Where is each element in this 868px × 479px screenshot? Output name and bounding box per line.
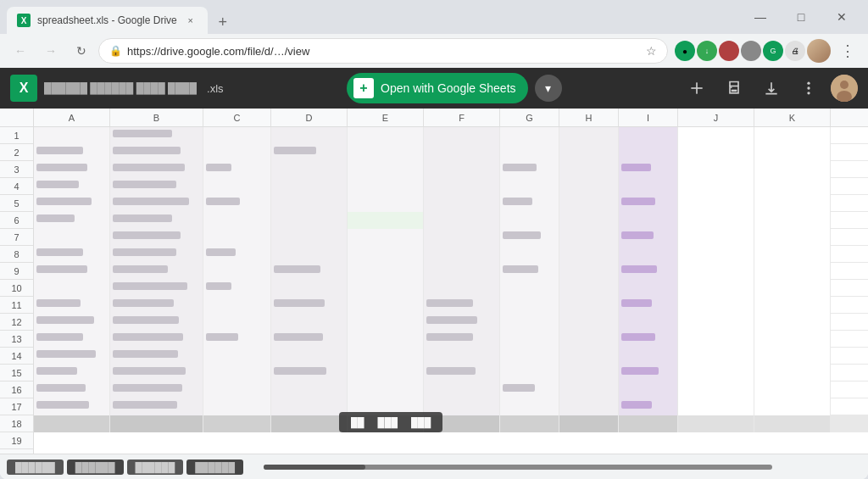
col-header-b: B: [110, 109, 203, 126]
address-bar[interactable]: 🔒 https://drive.google.com/file/d/…/view…: [98, 38, 668, 64]
maximize-button[interactable]: □: [782, 3, 821, 31]
back-button[interactable]: ←: [7, 37, 34, 64]
table-row: [34, 144, 868, 161]
table-row: [34, 415, 868, 432]
table-row: [34, 297, 868, 314]
browser-tab[interactable]: X spreadsheet.xls - Google Drive ×: [7, 7, 208, 34]
row-num-3: 3: [0, 161, 33, 178]
sheet-tab-2[interactable]: ██████: [67, 460, 124, 475]
row-num-19: 19: [0, 432, 33, 449]
row-num-16: 16: [0, 382, 33, 398]
cell-i2[interactable]: [619, 144, 678, 161]
ext-icon-6[interactable]: 🖨: [785, 41, 805, 61]
cell-c1[interactable]: [203, 127, 271, 144]
profile-image: [807, 39, 831, 63]
cell-j1[interactable]: [678, 127, 754, 144]
cell-d1[interactable]: [271, 127, 348, 144]
cell-d3[interactable]: [271, 161, 348, 178]
col-header-e: E: [348, 109, 424, 126]
overlay-text-1: ██: [346, 415, 370, 429]
cell-a2[interactable]: [34, 144, 110, 161]
cell-e2[interactable]: [348, 144, 424, 161]
sheet-tab-3[interactable]: ██████: [127, 460, 184, 475]
download-button[interactable]: [756, 73, 787, 103]
cell-j2[interactable]: [678, 144, 754, 161]
chrome-window: X spreadsheet.xls - Google Drive × + — □…: [0, 0, 868, 479]
cell-g2[interactable]: [500, 144, 559, 161]
refresh-button[interactable]: ↻: [68, 37, 95, 64]
print-button[interactable]: [719, 73, 749, 103]
overlay-text-3: ███: [406, 415, 436, 429]
browser-more-button[interactable]: ⋮: [834, 37, 861, 64]
sheets-dropdown-button[interactable]: ▾: [535, 75, 562, 102]
open-sheets-label: Open with Google Sheets: [381, 81, 516, 95]
tab-close-button[interactable]: ×: [184, 14, 198, 27]
sheet-tab-4[interactable]: ██████: [186, 460, 243, 475]
cell-d2[interactable]: [271, 144, 348, 161]
cell-c3[interactable]: [203, 161, 271, 178]
cell-f1[interactable]: [424, 127, 500, 144]
table-row: [34, 348, 868, 365]
user-avatar-button[interactable]: [831, 75, 858, 102]
row-num-7: 7: [0, 229, 33, 246]
cell-h3[interactable]: [559, 161, 619, 178]
cell-f2[interactable]: [424, 144, 500, 161]
sheet-tab-1[interactable]: ██████: [7, 460, 64, 475]
row-num-11: 11: [0, 297, 33, 314]
open-sheets-button[interactable]: + Open with Google Sheets: [347, 73, 528, 103]
ext-icon-1[interactable]: ●: [675, 41, 695, 61]
cells-area[interactable]: [34, 127, 868, 454]
forward-button[interactable]: →: [37, 37, 64, 64]
cell-i3[interactable]: [619, 161, 678, 178]
minimize-button[interactable]: —: [741, 3, 780, 31]
cell-a3[interactable]: [34, 161, 110, 178]
cell-j3[interactable]: [678, 161, 754, 178]
cell-g3[interactable]: [500, 161, 559, 178]
ext-icon-3[interactable]: [719, 41, 739, 61]
cell-k2[interactable]: [754, 144, 831, 161]
cell-i1[interactable]: [619, 127, 678, 144]
table-row: [34, 178, 868, 195]
column-headers: A B C D E F G H I J K: [0, 109, 868, 127]
new-tab-button[interactable]: +: [211, 10, 235, 34]
ext-icon-5[interactable]: G: [763, 41, 783, 61]
bookmark-button[interactable]: ☆: [646, 44, 657, 58]
more-options-button[interactable]: [793, 73, 824, 103]
cell-h1[interactable]: [559, 127, 619, 144]
profile-avatar[interactable]: [807, 39, 831, 63]
cell-b1[interactable]: [110, 127, 203, 144]
table-row: [34, 365, 868, 382]
cell-c2[interactable]: [203, 144, 271, 161]
row-num-13: 13: [0, 331, 33, 348]
row-num-10: 10: [0, 280, 33, 297]
add-comment-button[interactable]: [682, 73, 712, 103]
svg-point-4: [731, 86, 732, 88]
cell-e3[interactable]: [348, 161, 424, 178]
cell-f3[interactable]: [424, 161, 500, 178]
col-header-g: G: [500, 109, 559, 126]
row-num-15: 15: [0, 365, 33, 382]
ext-icon-2[interactable]: ↓: [697, 41, 717, 61]
cell-b3[interactable]: [110, 161, 203, 178]
cell-e1[interactable]: [348, 127, 424, 144]
url-main: https://drive.google.com/file/d/: [127, 45, 274, 58]
col-header-c: C: [203, 109, 271, 126]
col-header-h: H: [559, 109, 619, 126]
app-logo: X: [10, 75, 37, 102]
cell-k1[interactable]: [754, 127, 831, 144]
row-num-14: 14: [0, 348, 33, 365]
row-num-2: 2: [0, 144, 33, 161]
svg-point-7: [807, 92, 810, 94]
user-avatar-image: [831, 75, 858, 102]
svg-point-6: [807, 86, 810, 89]
print-icon: [726, 80, 743, 97]
ext-icon-4[interactable]: [741, 41, 761, 61]
cell-g1[interactable]: [500, 127, 559, 144]
cell-b2[interactable]: [110, 144, 203, 161]
nav-bar: ← → ↻ 🔒 https://drive.google.com/file/d/…: [0, 34, 868, 68]
cell-k3[interactable]: [754, 161, 831, 178]
row-num-6: 6: [0, 212, 33, 229]
cell-h2[interactable]: [559, 144, 619, 161]
cell-a1[interactable]: [34, 127, 110, 144]
close-button[interactable]: ✕: [822, 3, 861, 31]
